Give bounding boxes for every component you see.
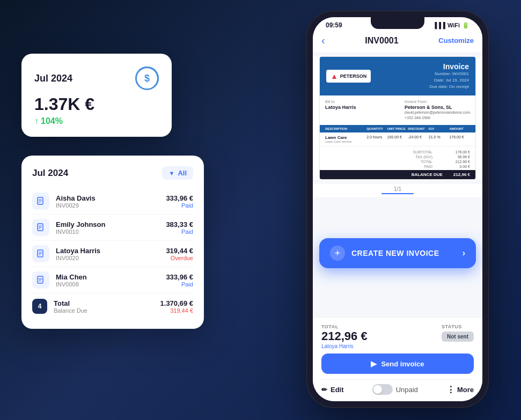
more-dots-icon: ⋮ xyxy=(446,385,455,395)
invoice-totals: SUBTOTAL 176.00 € TAX (IGV) 36.96 € TOTA… xyxy=(320,146,475,179)
customize-button[interactable]: Customize xyxy=(438,36,474,45)
total-count-badge: 4 xyxy=(32,299,47,314)
subtotal-key: SUBTOTAL xyxy=(413,150,432,154)
bill-from-name: Peterson & Sons, SL xyxy=(405,105,470,110)
invoice-table-header: DESCRIPTION QUANTITY UNIT PRICE DISCOUNT… xyxy=(320,125,475,132)
summary-status-label: STATUS xyxy=(442,324,474,329)
total-line-item: TOTAL 212.96 € xyxy=(325,159,470,164)
invoice-amount: 383,33 € xyxy=(166,220,193,229)
total-sublabel: Balance Due xyxy=(54,307,160,314)
company-name: PETERSON xyxy=(340,73,367,79)
invoice-client-name: Latoya Harris xyxy=(56,247,166,255)
item-qty: 2.0 hours xyxy=(366,135,387,143)
invoice-list-header: Jul 2024 ▼ All xyxy=(32,166,193,180)
signal-icon: ▐▐▐ xyxy=(432,22,445,28)
screen-header: ‹ INV0001 Customize xyxy=(313,31,482,52)
logo-mountain-icon: ▲ xyxy=(331,72,338,80)
item-igv: 21.0 % xyxy=(429,135,450,143)
toggle-track[interactable] xyxy=(372,384,393,395)
total-val: 212.96 € xyxy=(443,160,470,164)
invoice-amount: 333,96 € xyxy=(166,273,193,281)
from-email: david.peterson@petersonandsons.com xyxy=(405,110,470,114)
invoice-doc-title: Invoice Number: INV0001 Date: Jul 19, 20… xyxy=(429,62,469,90)
phone-screen: 09:59 ▐▐▐ WiFi 🔋 ‹ INV0001 Customize xyxy=(313,17,482,401)
summary-client: Latoya Harris xyxy=(321,343,368,349)
total-count: 4 xyxy=(38,303,42,310)
screen-title: INV0001 xyxy=(365,36,398,46)
subtotal-val: 176.00 € xyxy=(443,150,470,154)
col-unit-price: UNIT PRICE xyxy=(387,127,408,130)
paid-key: PAID xyxy=(424,165,432,168)
phone-mockup: 09:59 ▐▐▐ WiFi 🔋 ‹ INV0001 Customize xyxy=(306,11,489,408)
bill-to-name: Latoya Harris xyxy=(325,105,356,110)
col-discount: DISCOUNT xyxy=(408,127,429,130)
edit-pencil-icon: ✏ xyxy=(321,386,327,394)
invoice-due-meta: Due date: On receipt xyxy=(429,84,469,89)
pagination: 1/1 xyxy=(313,184,482,197)
paid-line: PAID 0.00 € xyxy=(325,164,470,169)
total-row: 4 Total Balance Due 1.370,69 € 319,44 € xyxy=(32,294,193,318)
total-amount-col: 1.370,69 € 319,44 € xyxy=(160,299,193,314)
send-icon: ▶ xyxy=(371,359,377,368)
invoice-status: Paid xyxy=(166,202,193,209)
invoice-number-meta: Number: INV0001 xyxy=(435,71,469,76)
invoice-info: Latoya Harris INV0020 xyxy=(56,247,166,261)
back-button[interactable]: ‹ xyxy=(321,34,325,47)
invoice-info: Emily Johnson INV0010 xyxy=(56,220,166,235)
list-item[interactable]: Mia Chen INV0008 333,96 € Paid xyxy=(32,267,193,293)
bill-to-label: Bill to: xyxy=(325,100,356,104)
invoice-line-item: Lawn Care Lawn Care service 2.0 hours 10… xyxy=(320,132,475,146)
invoice-list-month: Jul 2024 xyxy=(32,168,68,179)
invoice-doc-icon xyxy=(32,219,49,236)
list-item[interactable]: Aisha Davis INV0029 333,96 € Paid xyxy=(32,188,193,215)
summary-header-row: TOTAL 212,96 € Latoya Harris STATUS Not … xyxy=(321,324,474,349)
invoice-status: Paid xyxy=(166,281,193,288)
send-invoice-button[interactable]: ▶ Send invoice xyxy=(321,353,474,374)
summary-total-section: TOTAL 212,96 € Latoya Harris xyxy=(321,324,368,349)
paid-val: 0.00 € xyxy=(443,165,470,168)
invoice-title: Invoice xyxy=(429,62,469,71)
list-item[interactable]: Latoya Harris INV0020 319,44 € Overdue xyxy=(32,241,193,267)
more-label: More xyxy=(457,386,474,394)
unpaid-label: Unpaid xyxy=(396,386,418,394)
edit-button[interactable]: ✏ Edit xyxy=(321,386,344,394)
invoice-amount-col: 333,96 € Paid xyxy=(166,194,193,209)
col-quantity: QUANTITY xyxy=(366,127,387,130)
invoice-amount-col: 333,96 € Paid xyxy=(166,273,193,288)
balance-due-val: 212,96 € xyxy=(453,172,470,177)
unpaid-toggle[interactable]: Unpaid xyxy=(372,384,418,395)
invoice-status: Paid xyxy=(166,229,193,235)
invoice-number: INV0010 xyxy=(56,229,166,235)
invoice-amount-col: 319,44 € Overdue xyxy=(166,247,193,261)
dollar-circle-icon: $ xyxy=(135,67,159,90)
invoice-number: INV0029 xyxy=(56,202,166,209)
revenue-amount: 1.37K € xyxy=(34,94,159,114)
col-igv: IGV xyxy=(429,127,450,130)
create-invoice-plus-icon: + xyxy=(330,246,345,261)
invoice-doc-icon xyxy=(32,271,49,289)
invoice-number: INV0008 xyxy=(56,281,166,288)
invoice-amount-col: 383,33 € Paid xyxy=(166,220,193,235)
invoice-client-name: Mia Chen xyxy=(56,273,166,281)
filter-button[interactable]: ▼ All xyxy=(162,166,193,180)
send-invoice-label: Send invoice xyxy=(381,360,424,368)
more-button[interactable]: ⋮ More xyxy=(446,385,474,395)
total-info: Total Balance Due xyxy=(54,299,160,314)
growth-arrow-icon: ↑ xyxy=(34,116,39,126)
invoice-client-name: Emily Johnson xyxy=(56,220,166,229)
filter-icon: ▼ xyxy=(168,170,174,176)
create-invoice-button[interactable]: + CREATE NEW INVOICE › xyxy=(319,238,476,268)
from-phone: +152-348-1968 xyxy=(405,116,430,120)
toggle-thumb xyxy=(373,385,382,394)
list-item[interactable]: Emily Johnson INV0010 383,33 € Paid xyxy=(32,215,193,241)
invoice-amount: 333,96 € xyxy=(166,194,193,202)
invoice-document-area: ▲ PETERSON Invoice Number: INV0001 Date:… xyxy=(313,56,482,180)
bottom-actions: ✏ Edit Unpaid ⋮ More xyxy=(321,379,474,401)
invoice-doc-icon xyxy=(32,193,49,210)
balance-due-row: BALANCE DUE 212,96 € xyxy=(320,170,475,179)
not-sent-badge: Not sent xyxy=(442,331,474,342)
invoice-client-name: Aisha Davis xyxy=(56,194,166,202)
total-amount: 1.370,69 € xyxy=(160,299,193,307)
revenue-growth: ↑ 104% xyxy=(34,116,159,126)
subtotal-line: SUBTOTAL 176.00 € xyxy=(325,150,470,154)
